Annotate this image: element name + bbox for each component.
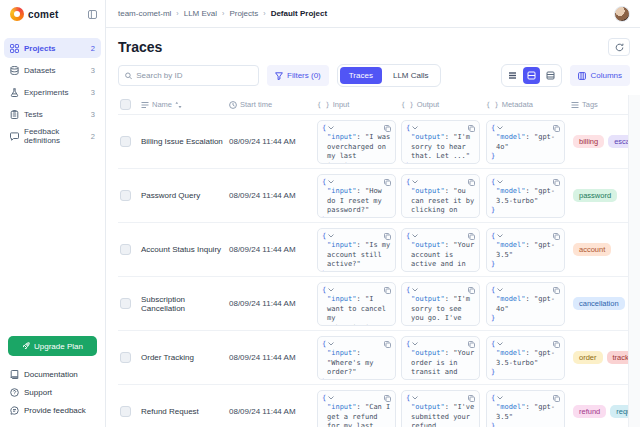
column-header-start-time[interactable]: Start time [229, 100, 317, 109]
copy-icon[interactable] [553, 287, 560, 294]
select-all-checkbox[interactable] [120, 99, 131, 110]
sidebar-item-feedback-definitions[interactable]: Feedback definitions 2 [4, 126, 101, 146]
chevron-down-icon[interactable] [497, 396, 503, 400]
input-json-box[interactable]: { input: I was overcharged on my last in… [317, 120, 396, 164]
row-checkbox[interactable] [120, 136, 131, 147]
tag-badge[interactable]: order [573, 351, 603, 364]
trace-name[interactable]: Order Tracking [141, 353, 229, 362]
column-header-name[interactable]: Name [141, 100, 229, 109]
chevron-down-icon[interactable] [497, 180, 503, 184]
chevron-down-icon[interactable] [412, 396, 418, 400]
chevron-down-icon[interactable] [328, 234, 334, 238]
tag-badge[interactable]: requ [610, 405, 628, 418]
search-input[interactable] [136, 71, 252, 80]
metadata-json-box[interactable]: { model: gpt-3.5 } [486, 390, 565, 427]
row-checkbox[interactable] [120, 406, 131, 417]
column-header-input[interactable]: { } Input [317, 100, 401, 109]
sidebar-item-experiments[interactable]: Experiments 3 [4, 82, 101, 102]
breadcrumb-projects[interactable]: Projects [229, 9, 258, 18]
copy-icon[interactable] [468, 287, 475, 294]
column-header-metadata[interactable]: { } Metadata [486, 100, 571, 109]
chevron-down-icon[interactable] [412, 180, 418, 184]
copy-icon[interactable] [468, 395, 475, 402]
row-checkbox[interactable] [120, 352, 131, 363]
row-checkbox[interactable] [120, 298, 131, 309]
copy-icon[interactable] [468, 179, 475, 186]
tag-badge[interactable]: cancellation [573, 297, 625, 310]
copy-icon[interactable] [384, 179, 391, 186]
copy-icon[interactable] [553, 125, 560, 132]
trace-name[interactable]: Refund Request [141, 407, 229, 416]
chevron-down-icon[interactable] [497, 234, 503, 238]
sidebar-item-tests[interactable]: Tests 3 [4, 104, 101, 124]
refresh-button[interactable] [608, 38, 630, 56]
tag-badge[interactable]: billing [573, 135, 604, 148]
table-row[interactable]: Account Status Inquiry 08/09/24 11:44 AM… [118, 223, 628, 277]
copy-icon[interactable] [553, 341, 560, 348]
sidebar-item-provide-feedback[interactable]: Provide feedback [4, 402, 101, 419]
output-json-box[interactable]: { output: I'm sorry to hear that. Let ..… [401, 120, 480, 164]
table-scrollbar-gutter[interactable] [628, 95, 640, 427]
trace-name[interactable]: Password Query [141, 191, 229, 200]
chevron-down-icon[interactable] [328, 396, 334, 400]
sidebar-item-datasets[interactable]: Datasets 3 [4, 60, 101, 80]
tab-traces[interactable]: Traces [340, 67, 382, 84]
column-header-output[interactable]: { } Output [401, 100, 486, 109]
tab-llm-calls[interactable]: LLM Calls [384, 67, 438, 84]
comet-logo[interactable]: comet [10, 7, 58, 21]
input-json-box[interactable]: { input: How do I reset my password? } [317, 174, 396, 218]
breadcrumb-org[interactable]: LLM Eval [184, 9, 217, 18]
output-json-box[interactable]: { output: I'm sorry to see you go. I've … [401, 282, 480, 326]
user-avatar[interactable] [614, 6, 630, 22]
copy-icon[interactable] [384, 395, 391, 402]
chevron-down-icon[interactable] [497, 342, 503, 346]
copy-icon[interactable] [468, 125, 475, 132]
chevron-down-icon[interactable] [412, 288, 418, 292]
sidebar-item-projects[interactable]: Projects 2 [4, 38, 101, 58]
tag-badge[interactable]: track [607, 351, 628, 364]
copy-icon[interactable] [384, 125, 391, 132]
chevron-down-icon[interactable] [497, 288, 503, 292]
input-json-box[interactable]: { input: I want to cancel my subscriptio… [317, 282, 396, 326]
output-json-box[interactable]: { output: ou can reset it by clicking on… [401, 174, 480, 218]
filters-button[interactable]: Filters (0) [267, 65, 329, 86]
sidebar-item-support[interactable]: Support [4, 384, 101, 401]
copy-icon[interactable] [553, 233, 560, 240]
metadata-json-box[interactable]: { model: gpt-3.5-turbo } [486, 174, 565, 218]
chevron-down-icon[interactable] [497, 126, 503, 130]
metadata-json-box[interactable]: { model: gpt-3.5-turbo } [486, 336, 565, 380]
collapse-sidebar-icon[interactable] [88, 10, 97, 19]
output-json-box[interactable]: { output: Your order is in transit and .… [401, 336, 480, 380]
copy-icon[interactable] [384, 233, 391, 240]
input-json-box[interactable]: { input: Is my account still active? } [317, 228, 396, 272]
copy-icon[interactable] [553, 179, 560, 186]
trace-name[interactable]: Billing Issue Escalation [141, 137, 229, 146]
table-row[interactable]: Password Query 08/09/24 11:44 AM { input… [118, 169, 628, 223]
density-comfortable-button[interactable] [542, 67, 559, 84]
upgrade-plan-button[interactable]: Upgrade Plan [8, 336, 97, 356]
row-checkbox[interactable] [120, 190, 131, 201]
table-row[interactable]: Billing Issue Escalation 08/09/24 11:44 … [118, 115, 628, 169]
tag-badge[interactable]: esca [608, 135, 628, 148]
metadata-json-box[interactable]: { model: gpt-4o } [486, 282, 565, 326]
input-json-box[interactable]: { input: Can I get a refund for my last … [317, 390, 396, 427]
chevron-down-icon[interactable] [412, 342, 418, 346]
trace-name[interactable]: Account Status Inquiry [141, 245, 229, 254]
tag-badge[interactable]: password [573, 189, 617, 202]
chevron-down-icon[interactable] [328, 288, 334, 292]
chevron-down-icon[interactable] [412, 234, 418, 238]
metadata-json-box[interactable]: { model: gpt-3.5 } [486, 228, 565, 272]
copy-icon[interactable] [468, 233, 475, 240]
sidebar-item-documentation[interactable]: Documentation [4, 366, 101, 383]
table-row[interactable]: Refund Request 08/09/24 11:44 AM { input… [118, 385, 628, 427]
copy-icon[interactable] [468, 341, 475, 348]
copy-icon[interactable] [384, 341, 391, 348]
table-row[interactable]: Subscription Cancellation 08/09/24 11:44… [118, 277, 628, 331]
density-compact-button[interactable] [504, 67, 521, 84]
table-row[interactable]: Order Tracking 08/09/24 11:44 AM { input… [118, 331, 628, 385]
output-json-box[interactable]: { output: I've submitted your refund req… [401, 390, 480, 427]
tag-badge[interactable]: refund [573, 405, 606, 418]
trace-name[interactable]: Subscription Cancellation [141, 295, 229, 313]
row-checkbox[interactable] [120, 244, 131, 255]
tag-badge[interactable]: account [573, 243, 611, 256]
